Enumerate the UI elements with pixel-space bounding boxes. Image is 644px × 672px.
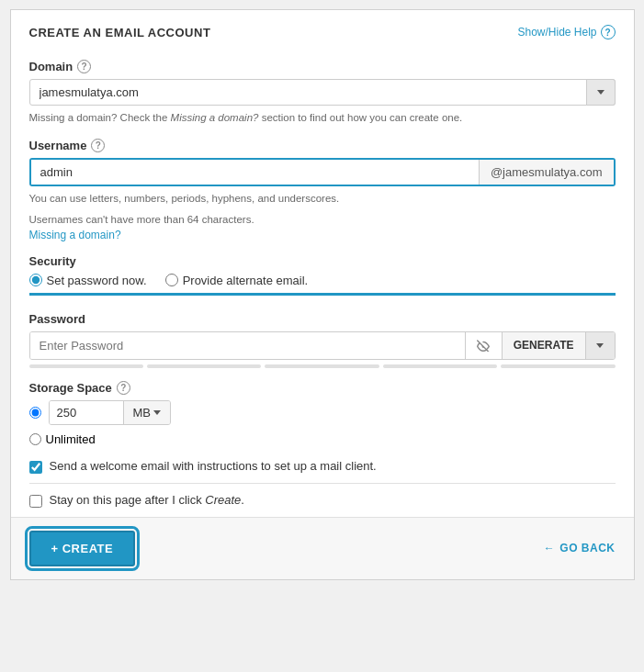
storage-unlimited-row: Unlimited xyxy=(29,432,616,446)
go-back-label: GO BACK xyxy=(559,542,615,554)
password-input-row: GENERATE xyxy=(29,331,616,360)
stay-on-page-text: Stay on this page after I click Create. xyxy=(50,493,244,507)
storage-custom-row: MB xyxy=(29,400,616,425)
storage-value-input[interactable] xyxy=(50,401,123,424)
generate-dropdown-button[interactable] xyxy=(585,332,615,359)
security-option1-label[interactable]: Set password now. xyxy=(29,274,147,287)
security-radio-row: Set password now. Provide alternate emai… xyxy=(29,274,616,287)
domain-select-wrapper: jamesmulatya.com xyxy=(29,79,616,106)
page-title: CREATE AN EMAIL ACCOUNT xyxy=(29,26,211,39)
username-help-icon[interactable]: ? xyxy=(91,139,105,152)
security-option2-radio[interactable] xyxy=(165,274,178,286)
show-hide-help-link[interactable]: Show/Hide Help ? xyxy=(517,25,615,39)
username-hint1: You can use letters, numbers, periods, h… xyxy=(29,191,616,207)
storage-unit-label: MB xyxy=(133,406,152,420)
storage-group: Storage Space ? MB Unlimited xyxy=(29,381,616,446)
security-blue-bar xyxy=(29,293,616,296)
strength-bar-5 xyxy=(501,364,615,368)
username-label: Username ? xyxy=(29,139,616,152)
arrow-left-icon: ← xyxy=(544,542,556,554)
eye-slash-icon xyxy=(475,339,491,352)
create-button[interactable]: + CREATE xyxy=(29,531,136,566)
card-body: Domain ? jamesmulatya.com Missing a doma… xyxy=(11,50,634,508)
stay-on-page-group: Stay on this page after I click Create. xyxy=(29,493,616,508)
storage-unit-chevron-icon xyxy=(153,410,161,415)
storage-label: Storage Space ? xyxy=(29,381,616,395)
password-label: Password xyxy=(29,312,616,326)
card-footer: + CREATE ← GO BACK xyxy=(11,517,634,579)
stay-on-page-label[interactable]: Stay on this page after I click Create. xyxy=(29,493,616,508)
password-toggle-visibility-button[interactable] xyxy=(465,332,502,359)
username-input-row: @jamesmulatya.com xyxy=(29,158,616,186)
storage-help-icon[interactable]: ? xyxy=(117,381,130,395)
domain-select[interactable]: jamesmulatya.com xyxy=(29,79,616,106)
create-email-account-card: CREATE AN EMAIL ACCOUNT Show/Hide Help ?… xyxy=(10,9,635,580)
welcome-email-checkbox[interactable] xyxy=(29,461,42,474)
help-circle-icon: ? xyxy=(601,25,616,39)
domain-hint: Missing a domain? Check the Missing a do… xyxy=(29,110,616,126)
strength-bar-4 xyxy=(383,364,497,368)
domain-group: Domain ? jamesmulatya.com Missing a doma… xyxy=(29,60,616,126)
password-strength-bars xyxy=(29,364,616,368)
storage-unit-button[interactable]: MB xyxy=(123,401,171,424)
password-group: Password GENERATE xyxy=(29,305,616,368)
welcome-email-group: Send a welcome email with instructions t… xyxy=(29,459,616,474)
username-group: Username ? @jamesmulatya.com You can use… xyxy=(29,139,616,241)
storage-custom-radio[interactable] xyxy=(29,407,41,419)
strength-bar-2 xyxy=(147,364,261,368)
create-button-label: + CREATE xyxy=(51,542,114,555)
card-header: CREATE AN EMAIL ACCOUNT Show/Hide Help ? xyxy=(11,10,634,50)
security-option1-text: Set password now. xyxy=(47,274,147,287)
username-hint2: Usernames can't have more than 64 charac… xyxy=(29,212,616,228)
security-option2-text: Provide alternate email. xyxy=(183,274,309,287)
username-missing-domain-link[interactable]: Missing a domain? xyxy=(29,229,121,241)
security-group: Security Set password now. Provide alter… xyxy=(29,254,616,296)
generate-password-button[interactable]: GENERATE xyxy=(502,332,585,359)
strength-bar-1 xyxy=(29,364,143,368)
show-hide-help-label: Show/Hide Help xyxy=(517,26,596,39)
storage-unlimited-label[interactable]: Unlimited xyxy=(46,432,96,446)
security-label: Security xyxy=(29,254,616,268)
storage-input-group: MB xyxy=(49,400,172,425)
go-back-link[interactable]: ← GO BACK xyxy=(544,542,616,554)
username-suffix: @jamesmulatya.com xyxy=(479,160,614,185)
generate-chevron-icon xyxy=(596,343,604,348)
security-option1-radio[interactable] xyxy=(29,274,42,286)
welcome-email-label[interactable]: Send a welcome email with instructions t… xyxy=(29,459,616,474)
divider xyxy=(29,483,616,484)
security-option2-label[interactable]: Provide alternate email. xyxy=(165,274,309,287)
storage-unlimited-radio[interactable] xyxy=(29,433,41,445)
stay-on-page-checkbox[interactable] xyxy=(29,495,42,508)
domain-label: Domain ? xyxy=(29,60,616,73)
password-input[interactable] xyxy=(30,332,465,359)
domain-help-icon[interactable]: ? xyxy=(77,60,91,73)
welcome-email-text: Send a welcome email with instructions t… xyxy=(50,459,377,473)
username-input[interactable] xyxy=(31,160,479,185)
strength-bar-3 xyxy=(265,364,378,368)
